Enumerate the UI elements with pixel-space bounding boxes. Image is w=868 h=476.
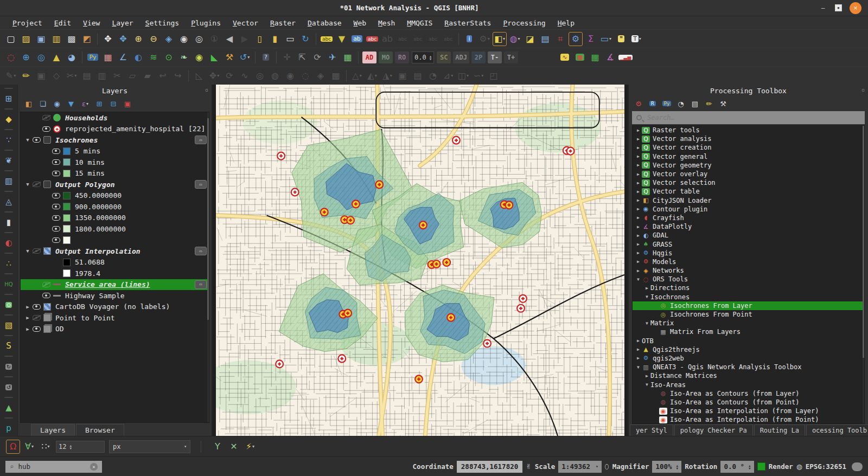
delete-part-icon[interactable]: ◈ — [314, 69, 328, 83]
layer-row[interactable]: ✚reprojected_amenity_hospital [22] — [21, 124, 209, 135]
locator-search[interactable]: ⌕ hub ✕ — [5, 461, 102, 473]
snap-tolerance-spinner[interactable]: 12▲▼ — [56, 441, 105, 453]
layer-row[interactable]: 1350.0000000 — [21, 213, 209, 224]
toolbox-item[interactable]: ▶QVector creation — [633, 143, 864, 152]
redo-icon[interactable]: ↪ — [171, 69, 185, 83]
expander-icon[interactable]: ▶ — [635, 189, 642, 194]
visibility-eye-icon[interactable] — [33, 315, 41, 320]
add-wms-icon[interactable]: ⊕ — [19, 50, 33, 65]
toolbox-item[interactable]: ▶◐GDAL — [633, 231, 864, 240]
expander-icon[interactable]: ▶ — [635, 259, 642, 264]
visibility-eye-icon[interactable] — [52, 226, 60, 231]
expander-icon[interactable]: ▶ — [24, 326, 31, 332]
zoom-out-icon[interactable]: ⊖ — [146, 32, 161, 46]
label-tool1-icon[interactable]: ab — [380, 32, 394, 46]
menu-database[interactable]: Database — [303, 18, 347, 28]
menu-mesh[interactable]: Mesh — [373, 18, 400, 28]
visibility-eye-icon[interactable] — [33, 248, 41, 254]
visibility-eye-icon[interactable] — [52, 149, 60, 154]
layer-row[interactable]: ▶OD — [21, 324, 209, 335]
menu-plugins[interactable]: Plugins — [186, 18, 226, 28]
labels-abc-icon[interactable]: abc — [320, 32, 334, 46]
toolbox-item[interactable]: ▶◈Networks — [633, 266, 864, 275]
menu-vector[interactable]: Vector — [228, 18, 263, 28]
select-expression-icon[interactable]: ◍▾ — [508, 32, 522, 46]
osm-place-search-icon[interactable]: ◕ — [65, 50, 79, 65]
snap-tolerance-icon[interactable]: ∷▾ — [39, 440, 53, 454]
expander-icon[interactable]: ▶ — [643, 286, 650, 291]
lock-scale-icon[interactable]: ⬯ — [605, 462, 609, 471]
add-part-icon[interactable]: ◍ — [268, 69, 282, 83]
toolbox-item[interactable]: ▼▥QNEAT3 - Qgis Network Analysis Toolbox — [633, 363, 864, 371]
models-menu-icon[interactable]: ⚙ — [633, 98, 644, 110]
bottom-tab-0[interactable]: yer Styl — [630, 424, 673, 436]
toolbox-item[interactable]: ▶QVector overlay — [633, 170, 864, 178]
layer-indicator-icon[interactable]: ▭ — [195, 136, 207, 144]
undo-icon[interactable]: ↩ — [156, 69, 170, 83]
expander-icon[interactable]: ▶ — [635, 347, 642, 352]
toolbox-item[interactable]: ▶⚙qgis2web — [633, 354, 864, 363]
expander-icon[interactable]: ▶ — [635, 233, 642, 238]
layer-row[interactable]: 10 mins — [21, 157, 209, 168]
add-vector-layer-icon[interactable]: ◆ — [2, 112, 16, 126]
rotation-spinner[interactable]: 0.0 ° ▲▼ — [720, 461, 754, 473]
expander-icon[interactable]: ▼ — [635, 365, 642, 370]
add-postgis-icon[interactable]: ▥ — [2, 174, 16, 188]
copy-features-icon[interactable]: ▱ — [125, 69, 139, 83]
toolbox-item[interactable]: ◍Iso-Area as Contours (from Layer) — [633, 389, 864, 398]
expander-icon[interactable]: ▶ — [635, 145, 642, 150]
toolbox-item[interactable]: ▶QVector general — [633, 152, 864, 161]
save-as-icon[interactable]: ▥ — [49, 32, 63, 46]
bottom-tab-3[interactable]: ocessing Toolb — [806, 424, 868, 436]
merge-features-icon[interactable]: ▣ — [395, 69, 410, 83]
add-spatialite-icon[interactable]: ❦ — [2, 153, 16, 168]
visibility-eye-icon[interactable] — [33, 137, 41, 143]
cad-tools-icon[interactable]: ◺ — [192, 69, 206, 83]
visibility-eye-icon[interactable] — [52, 193, 60, 198]
add-delimited-icon[interactable]: ∵ — [2, 133, 16, 147]
text-annotation-icon[interactable]: T▾ — [629, 32, 643, 46]
expander-icon[interactable]: ▶ — [635, 242, 642, 247]
edit-features-inplace-icon[interactable]: ✏ — [703, 98, 715, 110]
cut-features-icon[interactable]: ✂ — [110, 69, 124, 83]
toolbox-item[interactable]: ▶◖Crayfish — [633, 214, 864, 222]
layer-row[interactable]: ▶CartoDB Voyager (no labels) — [21, 301, 209, 313]
layer-row[interactable]: ▼Isochrones▭ — [21, 134, 209, 146]
contour-icon[interactable]: ◉ — [192, 50, 206, 65]
reshape-icon[interactable]: ▦ — [329, 69, 343, 83]
toolbox-search[interactable] — [632, 111, 865, 124]
modify-attributes-icon[interactable]: ▤ — [80, 69, 94, 83]
expander-icon[interactable]: ▼ — [24, 248, 31, 254]
qgis-search-icon[interactable]: ⊙ — [162, 50, 176, 65]
btn-2P[interactable]: 2P — [471, 52, 486, 63]
toolbox-item[interactable]: ▶Directions — [633, 284, 864, 292]
toolbox-item[interactable]: ◎Isochrones From Layer — [633, 301, 864, 310]
visibility-eye-icon[interactable] — [52, 215, 60, 221]
filter-expression-icon[interactable]: ε▾ — [79, 98, 91, 110]
zoom-next-icon[interactable]: ▶ — [238, 32, 252, 46]
new-project-icon[interactable]: ▢ — [4, 32, 18, 46]
toolbox-item[interactable]: ▼Isochrones — [633, 293, 864, 301]
messages-icon[interactable] — [852, 462, 863, 471]
tab-layers[interactable]: Layers — [31, 424, 75, 436]
toolbox-item[interactable]: ◎Isochrones From Point — [633, 310, 864, 319]
menu-edit[interactable]: Edit — [49, 18, 76, 28]
btn-Tminus[interactable]: T- — [488, 52, 502, 63]
hqgis-icon[interactable]: HQ — [2, 277, 16, 291]
filter-legend-icon[interactable]: ▼ — [65, 98, 77, 110]
expander-icon[interactable]: ▶ — [635, 268, 642, 273]
field-calculator-icon[interactable]: ⌗ — [553, 32, 567, 46]
layer-row[interactable]: Highway Sample — [21, 290, 209, 301]
snap-geom-icon[interactable]: ◰ — [487, 69, 501, 83]
menu-mmqgis[interactable]: MMQGIS — [402, 18, 437, 28]
simplify-feature-icon[interactable]: ∿ — [238, 69, 252, 83]
add-wcs-icon[interactable]: ▮ — [2, 215, 16, 229]
toolbox-item[interactable]: ▶⚙Hqgis — [633, 249, 864, 258]
expander-icon[interactable]: ▼ — [24, 182, 31, 187]
layers-scrollbar[interactable] — [207, 112, 209, 422]
expander-icon[interactable]: ▶ — [635, 172, 642, 177]
btn-AD[interactable]: AD — [362, 52, 376, 63]
close-button[interactable]: ✕ — [850, 2, 861, 14]
magnifier-spinner[interactable]: 100% ▲▼ — [652, 461, 681, 473]
toolbox-item[interactable]: ▶QVector analysis — [633, 134, 864, 143]
